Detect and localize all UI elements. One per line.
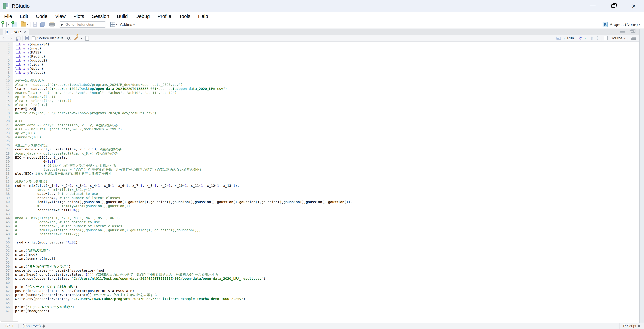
code-line[interactable]: 28#cont_data <- dplyr::select(lca, x_8,y… (0, 152, 639, 156)
code-line[interactable]: 36mod <- mix(list(x_1~1, x_2~1, x_3~1, x… (0, 184, 639, 188)
code-line[interactable]: 22#ICL <- mclustICL(cont_data,G=1:7,mode… (0, 127, 639, 131)
code-line[interactable]: 20#ICL (0, 119, 639, 123)
code-line[interactable]: 6library(tidyr) (0, 62, 639, 66)
code-line[interactable]: 26#適正クラス数の同定 (0, 143, 639, 147)
minimize-pane-icon[interactable] (620, 31, 625, 32)
code-line[interactable]: 17print(lca) (0, 107, 639, 111)
previous-chunk-icon[interactable]: ⇧ (590, 36, 594, 40)
save-all-icon[interactable] (40, 22, 45, 27)
code-line[interactable]: 24#summary(ICL) (0, 135, 639, 139)
source-on-save-checkbox[interactable] (32, 36, 36, 40)
code-line[interactable]: 48# respstart=runif(72)) (0, 232, 639, 236)
project-menu[interactable]: R Project: (None) ▾ (602, 22, 640, 27)
code-line[interactable]: 59write.csv(posterior.states, "C:/Users/… (0, 276, 639, 280)
code-line[interactable]: 52print("結果の概要") (0, 248, 639, 252)
panes-layout-caret-icon[interactable]: ▾ (116, 23, 118, 26)
code-line[interactable]: 39 nstates=4, # the number of latent cla… (0, 196, 639, 200)
menu-code[interactable]: Code (32, 12, 51, 20)
new-project-icon[interactable]: + (12, 22, 17, 27)
new-file-icon[interactable]: + (2, 22, 7, 27)
maximize-pane-icon[interactable] (630, 30, 634, 33)
back-icon[interactable]: ⇦ (2, 36, 6, 41)
menu-plots[interactable]: Plots (70, 12, 88, 20)
code-line[interactable]: 37 #mod <- mix(list(x_8~1,y~1), (0, 188, 639, 192)
code-line[interactable]: 38 data=lca, # the dataset to use (0, 192, 639, 196)
code-line[interactable]: 64write.csv(posterior.states, "C:/Users/… (0, 297, 639, 301)
panes-layout-icon[interactable] (110, 22, 115, 27)
compile-report-icon[interactable] (85, 36, 89, 40)
code-line[interactable]: 58print(head(round(posterior.states, 3))… (0, 272, 639, 276)
document-outline-icon[interactable] (630, 37, 636, 37)
code-line[interactable]: 44#mod <- mix(list(d1~1, d2~1, d3~1, d4~… (0, 216, 639, 220)
code-line[interactable]: 41 # family=list(gaussian(),gaussian()), (0, 204, 639, 208)
code-line[interactable]: 45# data=lca, # the dataset to use (0, 220, 639, 224)
code-line[interactable]: 29BIC = mclustBIC(cont_data, (0, 156, 639, 160)
open-file-icon[interactable] (21, 22, 26, 26)
code-line[interactable]: 51 (0, 244, 639, 248)
open-file-caret-icon[interactable]: ▾ (27, 23, 28, 26)
save-icon[interactable] (33, 22, 37, 27)
code-line[interactable]: 63print(summary(posterior.states$state))… (0, 293, 639, 297)
code-line[interactable]: 27cont_data <- dplyr::select(lca, x_1:x_… (0, 147, 639, 151)
code-line[interactable]: 8library(mclust) (0, 70, 639, 74)
new-file-caret-icon[interactable]: ▾ (8, 23, 9, 26)
menu-file[interactable]: File (0, 12, 16, 20)
code-line[interactable]: 40 family=list(gaussian(),gaussian(),gau… (0, 200, 639, 204)
code-line[interactable]: 35#LPA(クラス数増加) (0, 180, 639, 184)
code-line[interactable]: 54print(summary(fmod)) (0, 256, 639, 260)
source-caret-icon[interactable]: ▾ (624, 36, 626, 40)
save-icon[interactable] (25, 36, 29, 40)
run-button[interactable]: Run (567, 36, 574, 40)
code-tools-icon[interactable] (74, 36, 78, 40)
minimize-button[interactable] (582, 0, 603, 12)
source-button[interactable]: Source (611, 36, 622, 40)
code-line[interactable]: 46# nstates=6, # the number of latent cl… (0, 224, 639, 228)
code-line[interactable]: 66print("モデルのパラメータの総数") (0, 305, 639, 309)
file-type-selector[interactable]: R Script (619, 323, 644, 329)
scrollbar-thumb[interactable] (1, 321, 18, 322)
code-line[interactable]: 49 (0, 236, 639, 240)
code-line[interactable]: 56print("各対象が存在するクラス") (0, 264, 639, 268)
code-line[interactable]: 10#データの読み込み (0, 79, 639, 83)
code-line[interactable]: 3library(MASS) (0, 50, 639, 54)
code-line[interactable]: 61print("各クラスに存在する対象の数") (0, 285, 639, 289)
code-line[interactable]: 5library(ggplot2) (0, 58, 639, 62)
code-line[interactable]: 55 (0, 260, 639, 264)
code-line[interactable]: 32 #,modelNames = "VVV") # モデルの分散・共分散行列の… (0, 168, 639, 172)
addins-caret-icon[interactable]: ▾ (133, 23, 135, 26)
code-line[interactable]: 42 respstart=runif(104)) (0, 208, 639, 212)
restore-button[interactable] (603, 0, 624, 12)
code-line[interactable]: 4library(Rsolnp) (0, 54, 639, 58)
close-button[interactable]: × (624, 0, 644, 12)
code-line[interactable]: 65 (0, 301, 639, 305)
code-line[interactable]: 12lca <- read.csv("C:/Users/nt011/Deskto… (0, 87, 639, 91)
rerun-icon[interactable]: ↻ (579, 36, 582, 40)
code-line[interactable]: 31 ) #Gはいくつの潜在クラスを試すかを指示する (0, 164, 639, 168)
code-line[interactable]: 34 (0, 176, 639, 180)
menu-view[interactable]: View (51, 12, 70, 20)
menu-help[interactable]: Help (194, 12, 212, 20)
code-editor[interactable]: 1library(depmixS4)2library(nnet)3library… (0, 42, 639, 320)
code-line[interactable]: 23#plot(ICL) (0, 131, 639, 135)
code-line[interactable]: 33plot(BIC) #異なる線は共分散構造に関する異なる仮定を表す (0, 172, 639, 176)
code-line[interactable]: 13#names(lca) <- c( "hm", "he", "voc", "… (0, 91, 639, 95)
code-line[interactable]: 11#lca <- read.csv("C:/Users/towa/Labo2/… (0, 83, 639, 87)
code-line[interactable]: 30 G=1:10 (0, 160, 639, 164)
code-line[interactable]: 67print(fmod@npars) (0, 309, 639, 313)
code-line[interactable]: 25 (0, 139, 639, 143)
code-line[interactable]: 9 (0, 74, 639, 79)
menu-edit[interactable]: Edit (16, 12, 32, 20)
code-line[interactable]: 19 (0, 115, 639, 119)
print-icon[interactable] (49, 23, 55, 26)
code-line[interactable]: 62posterior.states$state <- as.factor(po… (0, 289, 639, 293)
code-line[interactable]: 18#write.csv(lca, "C:/Users/towa/Labo2/p… (0, 111, 639, 115)
open-in-new-window-icon[interactable] (16, 36, 20, 40)
code-line[interactable]: 57posterior.states <- depmixS4::posterio… (0, 268, 639, 272)
code-line[interactable]: 50fmod <- fit(mod, verbose=FALSE) (0, 240, 639, 244)
code-line[interactable]: 47# family=list(gaussian(),gaussian(),ga… (0, 228, 639, 232)
scope-updown-icon[interactable] (42, 324, 45, 328)
menu-build[interactable]: Build (113, 12, 132, 20)
code-line[interactable]: 16#lca <- lca[-1,] (0, 103, 639, 107)
tab-close-icon[interactable]: × (24, 30, 26, 34)
forward-icon[interactable]: ⇨ (8, 36, 12, 41)
